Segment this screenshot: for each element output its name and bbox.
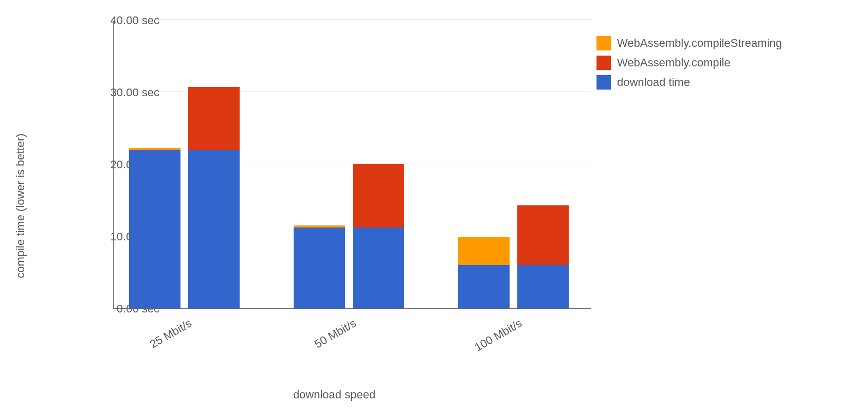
- seg-compile: [517, 205, 569, 265]
- legend-label: WebAssembly.compile: [617, 56, 730, 69]
- seg-streaming: [129, 148, 180, 150]
- legend-label: download time: [617, 76, 690, 89]
- legend-item-compile: WebAssembly.compile: [596, 56, 782, 70]
- x-tick-0: 25 Mbit/s: [148, 317, 194, 351]
- bar-group-50mbit: [294, 21, 412, 308]
- seg-download: [353, 227, 404, 308]
- legend-item-streaming: WebAssembly.compileStreaming: [596, 36, 782, 50]
- x-axis-title: download speed: [26, 388, 643, 401]
- seg-download: [129, 150, 180, 308]
- y-axis-title: compile time (lower is better): [14, 133, 27, 278]
- seg-download: [458, 265, 510, 308]
- bar-group-100mbit: [458, 21, 576, 308]
- legend-swatch-icon: [596, 36, 611, 50]
- legend-swatch-icon: [596, 75, 611, 90]
- seg-streaming: [458, 237, 510, 265]
- legend: WebAssembly.compileStreaming WebAssembly…: [596, 36, 782, 95]
- seg-streaming: [294, 225, 345, 227]
- gridline: [114, 20, 591, 20]
- seg-compile: [188, 87, 240, 150]
- legend-label: WebAssembly.compileStreaming: [617, 37, 782, 50]
- plot-area: [113, 21, 591, 309]
- seg-download: [294, 227, 345, 308]
- chart: compile time (lower is better) 0.00 sec …: [26, 10, 643, 401]
- x-tick-1: 50 Mbit/s: [312, 317, 358, 351]
- legend-swatch-icon: [596, 56, 611, 70]
- x-tick-2: 100 Mbit/s: [473, 317, 525, 354]
- seg-compile: [353, 164, 404, 227]
- legend-item-download: download time: [596, 75, 782, 90]
- bar-group-25mbit: [129, 21, 247, 308]
- seg-download: [188, 150, 240, 308]
- seg-download: [517, 265, 569, 308]
